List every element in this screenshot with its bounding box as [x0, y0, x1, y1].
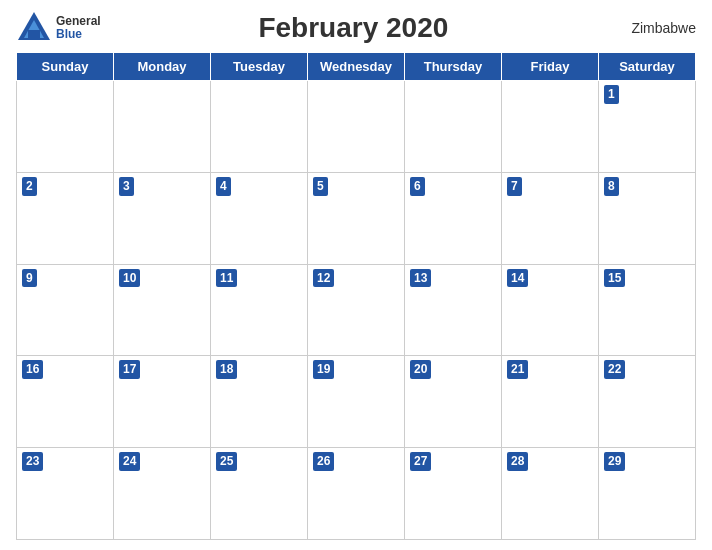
day-number: 18 — [216, 360, 237, 379]
day-number: 23 — [22, 452, 43, 471]
week-row-4: 16171819202122 — [17, 356, 696, 448]
logo-text: General Blue — [56, 15, 101, 41]
day-cell: 22 — [599, 356, 696, 448]
day-number: 21 — [507, 360, 528, 379]
weekday-saturday: Saturday — [599, 53, 696, 81]
day-cell: 24 — [114, 448, 211, 540]
day-number: 25 — [216, 452, 237, 471]
day-cell — [114, 81, 211, 173]
day-number: 2 — [22, 177, 37, 196]
day-cell: 23 — [17, 448, 114, 540]
day-cell: 17 — [114, 356, 211, 448]
calendar-header: General Blue February 2020 Zimbabwe — [16, 10, 696, 46]
day-cell: 8 — [599, 172, 696, 264]
day-number: 10 — [119, 269, 140, 288]
day-cell: 28 — [502, 448, 599, 540]
month-title: February 2020 — [101, 12, 606, 44]
day-number: 6 — [410, 177, 425, 196]
day-cell: 20 — [405, 356, 502, 448]
day-cell: 12 — [308, 264, 405, 356]
day-number: 19 — [313, 360, 334, 379]
day-cell — [17, 81, 114, 173]
day-cell: 25 — [211, 448, 308, 540]
day-number: 20 — [410, 360, 431, 379]
day-number: 1 — [604, 85, 619, 104]
day-number: 8 — [604, 177, 619, 196]
day-cell: 2 — [17, 172, 114, 264]
day-cell: 19 — [308, 356, 405, 448]
day-number: 26 — [313, 452, 334, 471]
logo-icon — [16, 10, 52, 46]
day-cell: 27 — [405, 448, 502, 540]
calendar-table: SundayMondayTuesdayWednesdayThursdayFrid… — [16, 52, 696, 540]
weekday-header-row: SundayMondayTuesdayWednesdayThursdayFrid… — [17, 53, 696, 81]
day-number: 13 — [410, 269, 431, 288]
weekday-sunday: Sunday — [17, 53, 114, 81]
day-cell: 9 — [17, 264, 114, 356]
day-number: 15 — [604, 269, 625, 288]
day-number: 29 — [604, 452, 625, 471]
day-cell: 29 — [599, 448, 696, 540]
day-number: 16 — [22, 360, 43, 379]
logo-blue: Blue — [56, 28, 101, 41]
day-cell: 1 — [599, 81, 696, 173]
day-number: 3 — [119, 177, 134, 196]
day-number: 14 — [507, 269, 528, 288]
day-cell: 14 — [502, 264, 599, 356]
day-number: 17 — [119, 360, 140, 379]
day-cell — [308, 81, 405, 173]
country-name: Zimbabwe — [606, 20, 696, 36]
weekday-thursday: Thursday — [405, 53, 502, 81]
day-number: 5 — [313, 177, 328, 196]
day-number: 9 — [22, 269, 37, 288]
day-number: 28 — [507, 452, 528, 471]
day-cell: 15 — [599, 264, 696, 356]
day-cell: 21 — [502, 356, 599, 448]
day-number: 4 — [216, 177, 231, 196]
day-cell: 11 — [211, 264, 308, 356]
day-cell — [211, 81, 308, 173]
day-number: 12 — [313, 269, 334, 288]
week-row-1: 1 — [17, 81, 696, 173]
day-cell: 26 — [308, 448, 405, 540]
day-cell: 3 — [114, 172, 211, 264]
day-cell: 10 — [114, 264, 211, 356]
weekday-monday: Monday — [114, 53, 211, 81]
day-number: 11 — [216, 269, 237, 288]
weekday-friday: Friday — [502, 53, 599, 81]
weekday-wednesday: Wednesday — [308, 53, 405, 81]
week-row-2: 2345678 — [17, 172, 696, 264]
day-number: 22 — [604, 360, 625, 379]
weekday-tuesday: Tuesday — [211, 53, 308, 81]
day-number: 7 — [507, 177, 522, 196]
day-cell — [405, 81, 502, 173]
day-number: 24 — [119, 452, 140, 471]
day-cell: 5 — [308, 172, 405, 264]
day-cell: 16 — [17, 356, 114, 448]
day-cell: 6 — [405, 172, 502, 264]
day-cell: 7 — [502, 172, 599, 264]
week-row-3: 9101112131415 — [17, 264, 696, 356]
week-row-5: 23242526272829 — [17, 448, 696, 540]
svg-rect-2 — [28, 30, 40, 38]
day-cell: 18 — [211, 356, 308, 448]
day-cell — [502, 81, 599, 173]
day-cell: 4 — [211, 172, 308, 264]
day-number: 27 — [410, 452, 431, 471]
day-cell: 13 — [405, 264, 502, 356]
logo: General Blue — [16, 10, 101, 46]
